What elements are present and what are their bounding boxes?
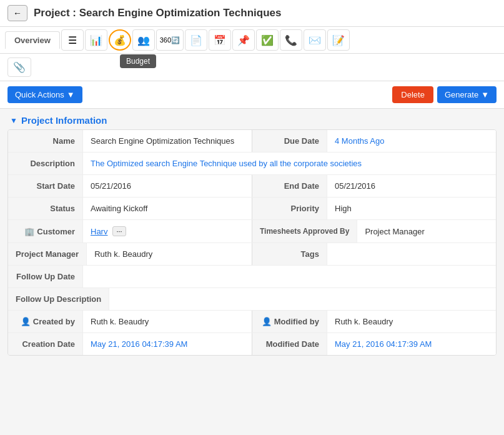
row-dates: Start Date 05/21/2016 End Date 05/21/201… bbox=[8, 175, 496, 198]
field-created-by: 👤 Created by Ruth k. Beaudry bbox=[8, 311, 252, 332]
field-priority: Priority High bbox=[252, 198, 496, 219]
customer-chip: Harv ··· bbox=[91, 226, 126, 236]
field-timesheets: Timesheets Approved By Project Manager bbox=[252, 220, 496, 242]
name-label: Name bbox=[8, 130, 83, 152]
row-customer-timesheets: 🏢 Customer Harv ··· Timesheets Approved … bbox=[8, 220, 496, 243]
field-follow-up-date: Follow Up Date bbox=[8, 266, 496, 288]
row-name-duedate: Name Search Engine Optimization Techniqu… bbox=[8, 130, 496, 152]
creation-date-label: Creation Date bbox=[8, 333, 83, 355]
tags-label: Tags bbox=[252, 243, 327, 265]
field-start-date: Start Date 05/21/2016 bbox=[8, 175, 252, 197]
toolbar-pin-btn[interactable]: 📌 bbox=[232, 29, 255, 51]
follow-up-desc-label: Follow Up Description bbox=[8, 288, 109, 310]
modified-by-icon: 👤 bbox=[262, 317, 272, 326]
generate-label: Generate bbox=[445, 90, 478, 99]
toolbar-budget-btn[interactable]: 💰 bbox=[109, 29, 131, 51]
right-actions: Delete Generate ▼ bbox=[392, 86, 497, 103]
info-panel: Name Search Engine Optimization Techniqu… bbox=[7, 129, 497, 356]
customer-label: 🏢 Customer bbox=[8, 220, 83, 242]
toolbar-note-btn[interactable]: 📝 bbox=[327, 29, 350, 51]
created-by-icon: 👤 bbox=[21, 317, 31, 326]
toolbar: Overview ☰ 📊 💰 👥 360🔄 📄 📅 📌 ✅ 📞 ✉️ 📝 Bud… bbox=[0, 27, 504, 54]
field-project-manager: Project Manager Ruth k. Beaudry bbox=[8, 243, 252, 265]
quick-actions-chevron-icon: ▼ bbox=[67, 90, 75, 99]
due-date-label: Due Date bbox=[252, 130, 327, 152]
timesheets-value: Project Manager bbox=[357, 220, 496, 242]
budget-tooltip: Budget bbox=[120, 54, 156, 68]
customer-more-button[interactable]: ··· bbox=[112, 226, 126, 236]
page-title: Project : Search Engine Optimization Tec… bbox=[34, 7, 281, 19]
end-date-label: End Date bbox=[252, 175, 327, 197]
priority-value: High bbox=[327, 198, 496, 219]
creation-date-value: May 21, 2016 04:17:39 AM bbox=[83, 333, 252, 355]
description-value: The Optimized search Engine Technique us… bbox=[83, 152, 496, 174]
section-header: ▼ Project Information bbox=[0, 109, 504, 129]
due-date-value: 4 Months Ago bbox=[327, 130, 496, 152]
toolbar-phone-btn[interactable]: 📞 bbox=[280, 29, 302, 51]
start-date-value: 05/21/2016 bbox=[83, 175, 252, 197]
row-description: Description The Optimized search Engine … bbox=[8, 152, 496, 175]
field-description: Description The Optimized search Engine … bbox=[8, 152, 496, 174]
start-date-label: Start Date bbox=[8, 175, 83, 197]
field-modified-by: 👤 Modified by Ruth k. Beaudry bbox=[252, 311, 496, 332]
customer-link[interactable]: Harv bbox=[91, 227, 107, 236]
modified-date-value: May 21, 2016 04:17:39 AM bbox=[327, 333, 496, 355]
modified-by-value: Ruth k. Beaudry bbox=[327, 311, 496, 332]
section-title: Project Information bbox=[21, 115, 107, 126]
status-label: Status bbox=[8, 198, 83, 219]
attach-button[interactable]: 📎 bbox=[7, 58, 31, 77]
field-status: Status Awaiting Kickoff bbox=[8, 198, 252, 219]
row-status-priority: Status Awaiting Kickoff Priority High bbox=[8, 198, 496, 220]
description-label: Description bbox=[8, 152, 83, 174]
toolbar-doc-btn[interactable]: 📄 bbox=[185, 29, 207, 51]
field-end-date: End Date 05/21/2016 bbox=[252, 175, 496, 197]
modified-date-label: Modified Date bbox=[252, 333, 327, 355]
quick-actions-button[interactable]: Quick Actions ▼ bbox=[7, 86, 82, 103]
field-due-date: Due Date 4 Months Ago bbox=[252, 130, 496, 152]
toolbar-check-btn[interactable]: ✅ bbox=[256, 29, 279, 51]
follow-up-date-value bbox=[83, 266, 496, 288]
field-tags: Tags bbox=[252, 243, 496, 265]
action-bar: Quick Actions ▼ Delete Generate ▼ bbox=[0, 81, 504, 109]
row-follow-up-date: Follow Up Date bbox=[8, 266, 496, 288]
generate-button[interactable]: Generate ▼ bbox=[437, 86, 497, 103]
toolbar-people-btn[interactable]: 👥 bbox=[132, 29, 155, 51]
tags-value bbox=[327, 243, 496, 265]
quick-actions-label: Quick Actions bbox=[15, 90, 64, 99]
field-customer: 🏢 Customer Harv ··· bbox=[8, 220, 252, 242]
follow-up-date-label: Follow Up Date bbox=[8, 266, 83, 288]
row-created-modified: 👤 Created by Ruth k. Beaudry 👤 Modified … bbox=[8, 311, 496, 333]
field-follow-up-desc: Follow Up Description bbox=[8, 288, 496, 310]
field-modified-date: Modified Date May 21, 2016 04:17:39 AM bbox=[252, 333, 496, 355]
customer-value: Harv ··· bbox=[83, 220, 252, 242]
section-toggle-icon[interactable]: ▼ bbox=[10, 116, 17, 125]
toolbar-list-btn[interactable]: ☰ bbox=[61, 29, 84, 51]
created-by-label: 👤 Created by bbox=[8, 311, 83, 332]
row-creation-modified-date: Creation Date May 21, 2016 04:17:39 AM M… bbox=[8, 333, 496, 355]
toolbar-360-btn[interactable]: 360🔄 bbox=[156, 29, 184, 51]
customer-icon: 🏢 bbox=[24, 227, 34, 236]
row-pm-tags: Project Manager Ruth k. Beaudry Tags bbox=[8, 243, 496, 266]
back-button[interactable]: ← bbox=[7, 5, 27, 21]
follow-up-desc-value bbox=[109, 288, 496, 310]
status-value: Awaiting Kickoff bbox=[83, 198, 252, 219]
row-follow-up-desc: Follow Up Description bbox=[8, 288, 496, 311]
field-name: Name Search Engine Optimization Techniqu… bbox=[8, 130, 252, 152]
name-value: Search Engine Optimization Techniques bbox=[83, 130, 252, 152]
end-date-value: 05/21/2016 bbox=[327, 175, 496, 197]
header: ← Project : Search Engine Optimization T… bbox=[0, 0, 504, 27]
modified-by-label: 👤 Modified by bbox=[252, 311, 327, 332]
field-creation-date: Creation Date May 21, 2016 04:17:39 AM bbox=[8, 333, 252, 355]
delete-button[interactable]: Delete bbox=[392, 86, 433, 103]
toolbar-calendar-btn[interactable]: 📅 bbox=[209, 29, 231, 51]
created-by-value: Ruth k. Beaudry bbox=[83, 311, 252, 332]
tab-overview[interactable]: Overview bbox=[5, 31, 60, 49]
toolbar-mail-btn[interactable]: ✉️ bbox=[304, 29, 326, 51]
generate-chevron-icon: ▼ bbox=[481, 90, 489, 99]
priority-label: Priority bbox=[252, 198, 327, 219]
toolbar-chart-btn[interactable]: 📊 bbox=[85, 29, 107, 51]
project-manager-value: Ruth k. Beaudry bbox=[87, 243, 252, 265]
timesheets-label: Timesheets Approved By bbox=[252, 220, 357, 242]
project-manager-label: Project Manager bbox=[8, 243, 87, 265]
